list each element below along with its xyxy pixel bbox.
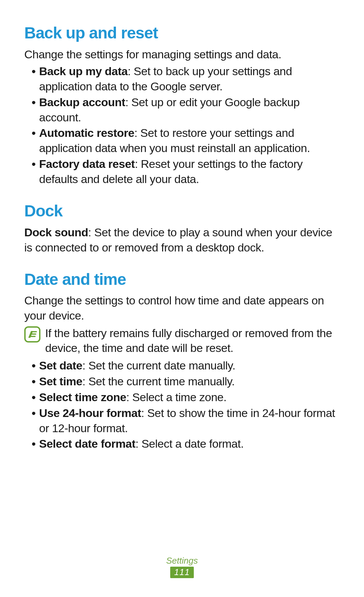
list-item: Back up my data: Set to back up your set… xyxy=(32,64,340,94)
list-item: Select date format: Select a date format… xyxy=(32,436,340,451)
term: Dock sound xyxy=(24,226,88,239)
desc: : Select a time zone. xyxy=(126,391,226,404)
heading-date-time: Date and time xyxy=(24,271,340,289)
note-icon xyxy=(24,326,40,342)
intro-backup-reset: Change the settings for managing setting… xyxy=(24,47,340,62)
heading-dock: Dock xyxy=(24,202,340,220)
list-item: Set date: Set the current date manually. xyxy=(32,358,340,373)
list-item: Use 24-hour format: Set to show the time… xyxy=(32,406,340,436)
heading-backup-reset: Back up and reset xyxy=(24,24,340,42)
note-text: If the battery remains fully discharged … xyxy=(45,326,340,355)
desc: : Set the current time manually. xyxy=(82,375,235,388)
list-item: Select time zone: Select a time zone. xyxy=(32,390,340,405)
intro-date-time: Change the settings to control how time … xyxy=(24,293,340,323)
term: Select time zone xyxy=(39,391,126,404)
note-callout: If the battery remains fully discharged … xyxy=(24,326,340,355)
term: Factory data reset xyxy=(39,157,135,170)
list-item: Set time: Set the current time manually. xyxy=(32,374,340,389)
desc: : Select a date format. xyxy=(135,437,244,450)
footer-section-label: Settings xyxy=(0,556,364,566)
list-item: Backup account: Set up or edit your Goog… xyxy=(32,95,340,125)
term: Set date xyxy=(39,359,82,372)
page-footer: Settings 111 xyxy=(0,556,364,578)
desc: : Set the current date manually. xyxy=(82,359,235,372)
list-backup-reset: Back up my data: Set to back up your set… xyxy=(32,64,340,187)
list-date-time: Set date: Set the current date manually.… xyxy=(32,358,340,451)
list-item: Automatic restore: Set to restore your s… xyxy=(32,125,340,156)
term: Select date format xyxy=(39,437,135,450)
paragraph-dock: Dock sound: Set the device to play a sou… xyxy=(24,225,340,255)
term: Backup account xyxy=(39,96,125,109)
term: Automatic restore xyxy=(39,126,134,139)
term: Use 24-hour format xyxy=(39,407,141,419)
list-item: Factory data reset: Reset your settings … xyxy=(32,156,340,187)
term: Set time xyxy=(39,375,82,388)
term: Back up my data xyxy=(39,65,128,78)
page-number-badge: 111 xyxy=(170,567,194,578)
